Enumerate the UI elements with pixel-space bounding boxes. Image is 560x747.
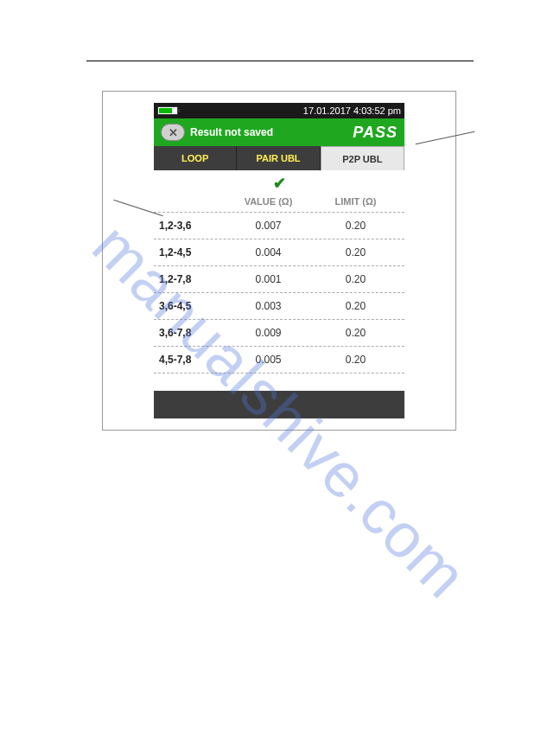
close-icon: ✕ <box>169 127 178 138</box>
value-cell: 0.007 <box>225 220 312 232</box>
table-row: 3,6-4,5 0.003 0.20 <box>154 293 404 320</box>
tabs: LOOP PAIR UBL P2P UBL <box>154 146 404 170</box>
checkmark-icon: ✔ <box>273 175 286 192</box>
pair-label: 3,6-4,5 <box>159 300 225 312</box>
value-cell: 0.003 <box>225 300 312 312</box>
pair-label: 4,5-7,8 <box>159 354 225 366</box>
close-button[interactable]: ✕ <box>161 124 185 141</box>
table-row: 4,5-7,8 0.005 0.20 <box>154 347 404 374</box>
datetime-text: 17.01.2017 4:03:52 pm <box>303 105 401 116</box>
limit-cell: 0.20 <box>312 220 399 232</box>
value-cell: 0.005 <box>225 354 312 366</box>
limit-cell: 0.20 <box>312 300 399 312</box>
table-header: VALUE (Ω) LIMIT (Ω) <box>154 195 404 213</box>
battery-icon <box>157 106 178 115</box>
pair-label: 1,2-3,6 <box>159 220 225 232</box>
tab-pair-ubl[interactable]: PAIR UBL <box>237 146 320 170</box>
status-bar: 17.01.2017 4:03:52 pm <box>154 103 404 118</box>
col-limit: LIMIT (Ω) <box>312 196 399 207</box>
saved-status: Result not saved <box>190 126 347 138</box>
limit-cell: 0.20 <box>312 273 399 285</box>
table-row: 1,2-3,6 0.007 0.20 <box>154 213 404 239</box>
value-cell: 0.004 <box>225 246 312 259</box>
value-cell: 0.009 <box>225 327 312 339</box>
tab-p2p-ubl[interactable]: P2P UBL <box>321 146 404 170</box>
results-table: ✔ VALUE (Ω) LIMIT (Ω) 1,2-3,6 0.007 0.20… <box>154 170 404 391</box>
result-header: ✕ Result not saved PASS <box>154 118 404 146</box>
value-cell: 0.001 <box>225 273 312 285</box>
tab-loop[interactable]: LOOP <box>154 146 237 170</box>
screenshot-frame: 17.01.2017 4:03:52 pm ✕ Result not saved… <box>102 91 456 431</box>
horizontal-rule <box>86 61 474 61</box>
limit-cell: 0.20 <box>312 246 399 259</box>
device-screen: 17.01.2017 4:03:52 pm ✕ Result not saved… <box>154 103 404 418</box>
check-row: ✔ <box>154 170 404 195</box>
table-row: 1,2-4,5 0.004 0.20 <box>154 239 404 266</box>
bottom-bar <box>154 391 404 418</box>
pair-label: 3,6-7,8 <box>159 327 225 339</box>
col-value: VALUE (Ω) <box>225 196 312 207</box>
pair-label: 1,2-4,5 <box>159 246 225 259</box>
table-row: 3,6-7,8 0.009 0.20 <box>154 320 404 347</box>
table-row: 1,2-7,8 0.001 0.20 <box>154 266 404 293</box>
pair-label: 1,2-7,8 <box>159 273 225 285</box>
pass-fail-result: PASS <box>353 124 398 142</box>
limit-cell: 0.20 <box>312 327 399 339</box>
limit-cell: 0.20 <box>312 354 399 366</box>
